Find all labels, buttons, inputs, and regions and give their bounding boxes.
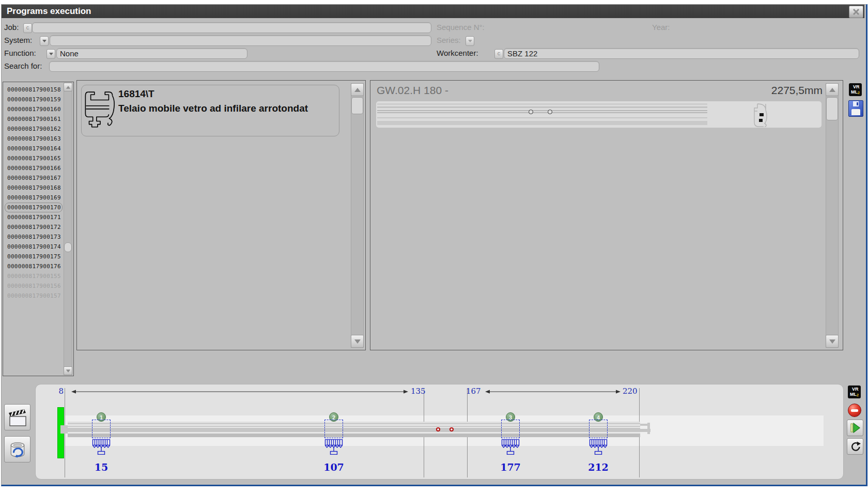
program-list-scrollbar[interactable] [64,83,72,375]
list-item[interactable]: 000000817900163 [5,134,63,144]
job-input[interactable] [32,22,431,33]
scroll-down-button[interactable] [351,335,364,348]
series-label: Series: [437,35,461,45]
piece-profile-line [377,121,707,125]
piece-profile-line [377,106,707,108]
database-refresh-icon [8,440,27,459]
year-label: Year: [652,22,670,33]
scroll-down-icon [829,339,835,344]
list-item[interactable]: 000000817900175 [5,252,63,261]
stop-button[interactable] [847,403,862,418]
scroll-up-button[interactable] [826,83,839,96]
start-button[interactable] [847,420,863,436]
function-input[interactable] [56,48,247,59]
clamp-position-label: 212 [575,461,622,473]
machining-hole-icon [450,427,454,431]
list-item[interactable]: 000000817900155 [5,271,63,281]
clamp-icon[interactable] [91,439,112,455]
profile-code: 16814\T [118,88,154,100]
clamp-icon[interactable] [323,439,344,455]
program-list-panel: 0000008179001580000008179001590000008179… [3,82,74,376]
piece-panel-scrollbar[interactable] [826,83,839,348]
piece-profile-line [377,117,707,118]
sequence-label: Sequence N°: [437,22,485,33]
scrollbar-thumb[interactable] [826,97,838,120]
save-button[interactable] [848,100,863,117]
chevron-down-icon [42,40,47,42]
close-button[interactable] [849,6,863,18]
chevron-down-icon [49,53,53,55]
title-bar: Programs execution [2,5,864,18]
scroll-up-button[interactable] [64,83,72,91]
profile-bar-left-end [60,425,68,434]
list-item[interactable]: 000000817900169 [5,193,63,203]
screen: Programs execution Job: c Sequence N°: Y… [0,0,868,494]
profile-card[interactable]: 16814\T Telaio mobile vetro ad infilare … [81,85,339,136]
hole-icon [548,110,552,114]
vrml-view-button[interactable]: VR ML 2 [848,385,861,398]
scroll-up-icon [829,88,835,92]
vrml-view-button[interactable]: VR ML 2 [849,83,862,96]
system-dropdown-button[interactable] [40,36,49,46]
list-item[interactable]: 000000817900161 [5,114,63,124]
list-item[interactable]: 000000817900165 [5,153,63,163]
clamp-zone [324,420,343,438]
list-item[interactable]: 000000817900164 [5,144,63,153]
profile-description: Telaio mobile vetro ad infilare arrotond… [118,103,308,114]
play-icon [849,422,861,434]
list-item[interactable]: 000000817900171 [5,212,63,222]
clamp-icon[interactable] [588,439,609,455]
vrml-icon: VR [853,85,860,89]
function-dropdown-button[interactable] [47,49,55,59]
list-item[interactable]: 000000817900172 [5,222,63,232]
clamp-zone [92,420,111,438]
repeat-button[interactable] [847,438,863,455]
workcenter-recall-button[interactable]: c [494,49,503,59]
search-input[interactable] [49,61,599,72]
close-icon [853,9,860,15]
scroll-down-button[interactable] [64,366,72,375]
clamp-zone [589,420,608,438]
dimension-arrow [71,389,408,395]
machining-hole-icon [436,427,440,431]
series-dropdown-button[interactable] [466,36,474,46]
profile-cross-section-icon [84,89,115,133]
search-label: Search for: [4,61,42,71]
list-item[interactable]: 000000817900167 [5,173,63,183]
list-item[interactable]: 000000817900156 [5,281,63,291]
piece-preview[interactable] [376,101,822,128]
list-item[interactable]: 000000817900157 [5,291,63,301]
scroll-up-icon [66,86,70,89]
list-item[interactable]: 000000817900158 [5,85,63,95]
clamp-position-label: 177 [487,461,534,473]
piece-profile-line [377,112,707,113]
list-item[interactable]: 000000817900176 [5,261,63,271]
redo-icon [850,441,861,452]
simulation-button[interactable] [4,404,30,430]
profile-panel-scrollbar[interactable] [351,83,364,348]
machining-timeline-panel[interactable]: 8 135 167 220 1 [35,384,844,480]
job-label: Job: [4,22,19,33]
scrollbar-thumb[interactable] [64,242,72,252]
workcenter-input[interactable] [504,48,859,59]
list-item[interactable]: 000000817900170 [5,203,63,212]
profile-bar [68,422,640,437]
list-item[interactable]: 000000817900168 [5,183,63,193]
reload-data-button[interactable] [4,436,30,462]
list-item[interactable]: 000000817900160 [5,104,63,114]
scrollbar-thumb[interactable] [351,97,363,114]
clamp-icon[interactable] [500,439,521,455]
clamp-position-label: 107 [311,461,357,473]
list-item[interactable]: 000000817900173 [5,232,63,242]
scroll-up-button[interactable] [351,83,364,96]
system-label: System: [4,35,32,45]
list-item[interactable]: 000000817900162 [5,124,63,134]
scroll-down-button[interactable] [826,335,839,348]
list-item[interactable]: 000000817900166 [5,163,63,173]
system-input[interactable] [50,35,431,46]
clamp-zone [501,420,520,438]
job-recall-button[interactable]: c [23,23,32,33]
list-item[interactable]: 000000817900159 [5,95,63,104]
list-item[interactable]: 000000817900174 [5,242,63,252]
piece-profile-line [377,103,707,105]
